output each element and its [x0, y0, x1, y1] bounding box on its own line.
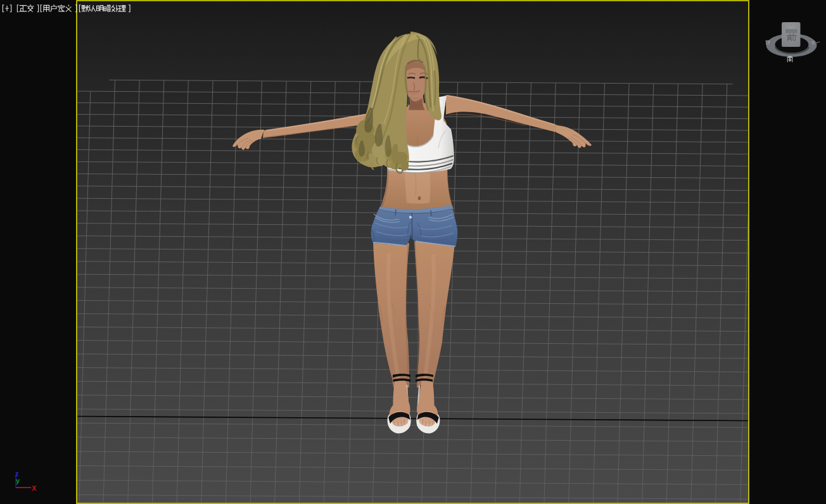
svg-text:y: y	[16, 477, 20, 484]
svg-text:X: X	[32, 484, 37, 492]
